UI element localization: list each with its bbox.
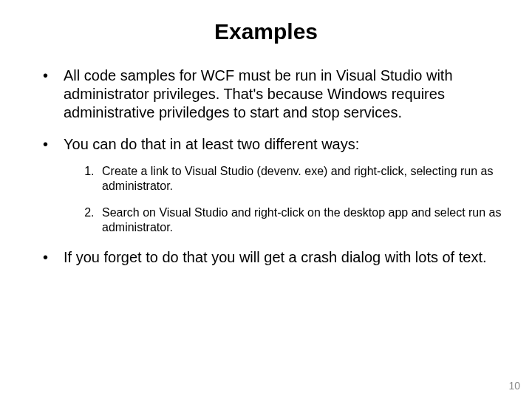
- bullet-item: You can do that in at least two differen…: [50, 135, 502, 235]
- page-number: 10: [508, 380, 520, 392]
- slide-title: Examples: [30, 19, 502, 44]
- bullet-item: All code samples for WCF must be run in …: [50, 66, 502, 122]
- numbered-list: Create a link to Visual Studio (devenv. …: [64, 164, 502, 235]
- bullet-item: If you forget to do that you will get a …: [50, 248, 502, 267]
- numbered-item: Search on Visual Studio and right-click …: [98, 205, 502, 235]
- bullet-list: All code samples for WCF must be run in …: [30, 66, 502, 267]
- bullet-text: You can do that in at least two differen…: [64, 136, 359, 152]
- numbered-item: Create a link to Visual Studio (devenv. …: [98, 164, 502, 194]
- slide: Examples All code samples for WCF must b…: [0, 0, 532, 399]
